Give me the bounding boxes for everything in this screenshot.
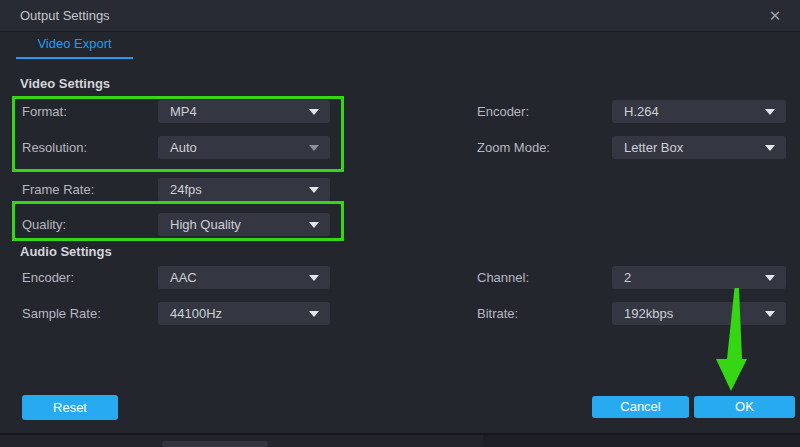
chevron-down-icon	[309, 311, 319, 317]
chevron-down-icon	[309, 145, 319, 151]
channel-value: 2	[624, 266, 631, 289]
channel-dropdown[interactable]: 2	[612, 266, 786, 289]
dialog-title: Output Settings	[20, 0, 110, 31]
sample-rate-label: Sample Rate:	[22, 306, 101, 321]
title-bar: Output Settings ✕	[0, 0, 800, 32]
bitrate-value: 192kbps	[624, 302, 673, 325]
sample-rate-dropdown[interactable]: 44100Hz	[158, 302, 330, 325]
frame-rate-dropdown[interactable]: 24fps	[158, 178, 330, 201]
audio-encoder-label: Encoder:	[22, 270, 74, 285]
background-app-bar	[162, 441, 268, 447]
bitrate-label: Bitrate:	[477, 306, 518, 321]
audio-encoder-dropdown[interactable]: AAC	[158, 266, 330, 289]
quality-label: Quality:	[22, 217, 66, 232]
chevron-down-icon	[309, 275, 319, 281]
format-value: MP4	[170, 100, 197, 123]
video-encoder-value: H.264	[624, 100, 659, 123]
zoom-mode-value: Letter Box	[624, 136, 683, 159]
video-encoder-label: Encoder:	[477, 104, 529, 119]
chevron-down-icon	[765, 311, 775, 317]
sample-rate-value: 44100Hz	[170, 302, 222, 325]
background-app-strip-dark	[483, 435, 800, 447]
quality-value: High Quality	[170, 213, 241, 236]
chevron-down-icon	[309, 109, 319, 115]
chevron-down-icon	[765, 109, 775, 115]
resolution-label: Resolution:	[22, 140, 87, 155]
channel-label: Channel:	[477, 270, 529, 285]
video-settings-heading: Video Settings	[20, 76, 110, 91]
output-settings-dialog: Output Settings ✕ Video Export Video Set…	[0, 0, 800, 447]
close-icon[interactable]: ✕	[760, 0, 790, 31]
format-label: Format:	[22, 104, 67, 119]
audio-settings-heading: Audio Settings	[20, 244, 112, 259]
zoom-mode-dropdown[interactable]: Letter Box	[612, 136, 786, 159]
frame-rate-label: Frame Rate:	[22, 182, 94, 197]
quality-dropdown[interactable]: High Quality	[158, 213, 330, 236]
chevron-down-icon	[765, 275, 775, 281]
ok-button[interactable]: OK	[694, 396, 795, 418]
audio-encoder-value: AAC	[170, 266, 197, 289]
annotation-arrow-to-ok-icon	[0, 0, 800, 447]
resolution-dropdown[interactable]: Auto	[158, 136, 330, 159]
chevron-down-icon	[309, 222, 319, 228]
reset-button[interactable]: Reset	[22, 395, 118, 420]
format-dropdown[interactable]: MP4	[158, 100, 330, 123]
chevron-down-icon	[309, 187, 319, 193]
zoom-mode-label: Zoom Mode:	[477, 140, 550, 155]
cancel-button[interactable]: Cancel	[592, 396, 689, 418]
chevron-down-icon	[765, 145, 775, 151]
resolution-value: Auto	[170, 136, 197, 159]
video-encoder-dropdown[interactable]: H.264	[612, 100, 786, 123]
bitrate-dropdown[interactable]: 192kbps	[612, 302, 786, 325]
frame-rate-value: 24fps	[170, 178, 202, 201]
tab-video-export[interactable]: Video Export	[16, 32, 133, 59]
